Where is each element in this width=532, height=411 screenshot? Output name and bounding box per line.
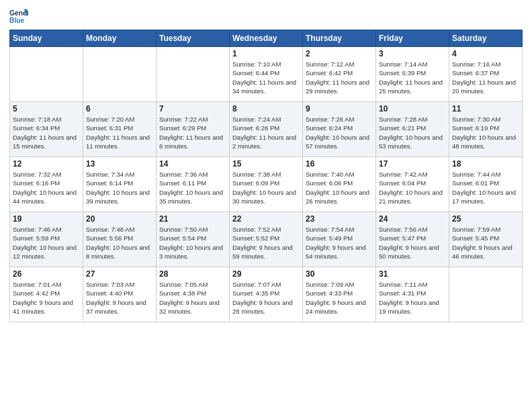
day-info: Sunrise: 7:03 AM Sunset: 4:40 PM Dayligh… (86, 280, 153, 316)
calendar-cell: 22Sunrise: 7:52 AM Sunset: 5:52 PM Dayli… (230, 212, 303, 267)
week-row-5: 26Sunrise: 7:01 AM Sunset: 4:42 PM Dayli… (10, 267, 523, 322)
day-info: Sunrise: 7:50 AM Sunset: 5:54 PM Dayligh… (159, 225, 226, 261)
day-info: Sunrise: 7:42 AM Sunset: 6:04 PM Dayligh… (379, 170, 446, 205)
weekday-header-row: SundayMondayTuesdayWednesdayThursdayFrid… (10, 30, 523, 47)
day-info: Sunrise: 7:34 AM Sunset: 6:14 PM Dayligh… (86, 170, 153, 205)
calendar-cell: 29Sunrise: 7:07 AM Sunset: 4:35 PM Dayli… (230, 267, 303, 322)
logo: General Blue (9, 7, 28, 26)
day-number: 5 (13, 104, 80, 113)
calendar-table: SundayMondayTuesdayWednesdayThursdayFrid… (9, 30, 523, 322)
day-number: 25 (452, 214, 519, 224)
calendar-page: General Blue SundayMondayTuesdayWednesda… (0, 0, 532, 411)
calendar-cell: 21Sunrise: 7:50 AM Sunset: 5:54 PM Dayli… (157, 212, 230, 267)
day-number: 12 (13, 159, 80, 169)
day-number: 23 (306, 214, 373, 224)
svg-text:Blue: Blue (9, 17, 25, 24)
day-number: 28 (159, 269, 226, 279)
calendar-cell: 12Sunrise: 7:32 AM Sunset: 6:16 PM Dayli… (10, 157, 83, 212)
day-info: Sunrise: 7:36 AM Sunset: 6:11 PM Dayligh… (159, 170, 226, 205)
calendar-cell (10, 47, 83, 102)
day-number: 19 (13, 214, 80, 224)
day-info: Sunrise: 7:12 AM Sunset: 6:42 PM Dayligh… (306, 60, 373, 95)
day-number: 21 (159, 214, 226, 224)
calendar-cell: 15Sunrise: 7:38 AM Sunset: 6:09 PM Dayli… (230, 157, 303, 212)
calendar-cell: 28Sunrise: 7:05 AM Sunset: 4:38 PM Dayli… (157, 267, 230, 322)
day-info: Sunrise: 7:14 AM Sunset: 6:39 PM Dayligh… (379, 60, 446, 95)
day-number: 27 (86, 269, 153, 279)
day-number: 17 (379, 159, 446, 169)
day-number: 3 (379, 49, 446, 58)
day-info: Sunrise: 7:32 AM Sunset: 6:16 PM Dayligh… (13, 170, 80, 205)
day-number: 20 (86, 214, 153, 224)
calendar-cell: 1Sunrise: 7:10 AM Sunset: 6:44 PM Daylig… (230, 47, 303, 102)
calendar-cell: 3Sunrise: 7:14 AM Sunset: 6:39 PM Daylig… (376, 47, 449, 102)
day-info: Sunrise: 7:07 AM Sunset: 4:35 PM Dayligh… (232, 280, 300, 316)
day-number: 13 (86, 159, 153, 169)
week-row-3: 12Sunrise: 7:32 AM Sunset: 6:16 PM Dayli… (10, 157, 523, 212)
day-number: 31 (379, 269, 446, 279)
day-info: Sunrise: 7:22 AM Sunset: 6:29 PM Dayligh… (159, 115, 226, 150)
calendar-cell: 8Sunrise: 7:24 AM Sunset: 6:26 PM Daylig… (230, 102, 303, 157)
day-info: Sunrise: 7:24 AM Sunset: 6:26 PM Dayligh… (232, 115, 300, 150)
day-info: Sunrise: 7:28 AM Sunset: 6:21 PM Dayligh… (379, 115, 446, 150)
day-number: 16 (306, 159, 373, 169)
day-info: Sunrise: 7:11 AM Sunset: 4:31 PM Dayligh… (379, 280, 446, 316)
calendar-cell: 4Sunrise: 7:16 AM Sunset: 6:37 PM Daylig… (449, 47, 523, 102)
calendar-cell: 23Sunrise: 7:54 AM Sunset: 5:49 PM Dayli… (303, 212, 376, 267)
day-info: Sunrise: 7:46 AM Sunset: 5:59 PM Dayligh… (13, 225, 80, 261)
day-number: 6 (86, 104, 153, 113)
day-number: 7 (159, 104, 226, 113)
calendar-cell: 14Sunrise: 7:36 AM Sunset: 6:11 PM Dayli… (157, 157, 230, 212)
weekday-header-monday: Monday (83, 30, 157, 47)
week-row-1: 1Sunrise: 7:10 AM Sunset: 6:44 PM Daylig… (10, 47, 523, 102)
day-number: 26 (13, 269, 80, 279)
day-info: Sunrise: 7:48 AM Sunset: 5:56 PM Dayligh… (86, 225, 153, 261)
calendar-cell: 27Sunrise: 7:03 AM Sunset: 4:40 PM Dayli… (83, 267, 157, 322)
day-number: 30 (306, 269, 373, 279)
logo-icon: General Blue (9, 7, 28, 26)
day-info: Sunrise: 7:38 AM Sunset: 6:09 PM Dayligh… (232, 170, 300, 205)
calendar-cell (157, 47, 230, 102)
weekday-header-wednesday: Wednesday (230, 30, 303, 47)
weekday-header-tuesday: Tuesday (157, 30, 230, 47)
day-number: 9 (306, 104, 373, 113)
header: General Blue (9, 7, 523, 26)
calendar-cell: 11Sunrise: 7:30 AM Sunset: 6:19 PM Dayli… (449, 102, 523, 157)
calendar-cell: 13Sunrise: 7:34 AM Sunset: 6:14 PM Dayli… (83, 157, 157, 212)
week-row-4: 19Sunrise: 7:46 AM Sunset: 5:59 PM Dayli… (10, 212, 523, 267)
day-info: Sunrise: 7:01 AM Sunset: 4:42 PM Dayligh… (13, 280, 80, 316)
weekday-header-friday: Friday (376, 30, 449, 47)
day-info: Sunrise: 7:26 AM Sunset: 6:24 PM Dayligh… (306, 115, 373, 150)
calendar-cell (449, 267, 523, 322)
calendar-cell: 17Sunrise: 7:42 AM Sunset: 6:04 PM Dayli… (376, 157, 449, 212)
day-number: 24 (379, 214, 446, 224)
calendar-cell: 5Sunrise: 7:18 AM Sunset: 6:34 PM Daylig… (10, 102, 83, 157)
day-info: Sunrise: 7:16 AM Sunset: 6:37 PM Dayligh… (452, 60, 519, 95)
calendar-cell: 26Sunrise: 7:01 AM Sunset: 4:42 PM Dayli… (10, 267, 83, 322)
calendar-cell: 19Sunrise: 7:46 AM Sunset: 5:59 PM Dayli… (10, 212, 83, 267)
calendar-cell: 7Sunrise: 7:22 AM Sunset: 6:29 PM Daylig… (157, 102, 230, 157)
day-info: Sunrise: 7:40 AM Sunset: 6:06 PM Dayligh… (306, 170, 373, 205)
calendar-cell: 16Sunrise: 7:40 AM Sunset: 6:06 PM Dayli… (303, 157, 376, 212)
day-info: Sunrise: 7:09 AM Sunset: 4:33 PM Dayligh… (306, 280, 373, 316)
day-info: Sunrise: 7:56 AM Sunset: 5:47 PM Dayligh… (379, 225, 446, 261)
calendar-cell: 6Sunrise: 7:20 AM Sunset: 6:31 PM Daylig… (83, 102, 157, 157)
calendar-cell (83, 47, 157, 102)
day-number: 22 (232, 214, 300, 224)
day-number: 8 (232, 104, 300, 113)
calendar-cell: 9Sunrise: 7:26 AM Sunset: 6:24 PM Daylig… (303, 102, 376, 157)
day-number: 10 (379, 104, 446, 113)
day-info: Sunrise: 7:59 AM Sunset: 5:45 PM Dayligh… (452, 225, 519, 261)
day-number: 4 (452, 49, 519, 58)
calendar-cell: 31Sunrise: 7:11 AM Sunset: 4:31 PM Dayli… (376, 267, 449, 322)
day-number: 2 (306, 49, 373, 58)
day-info: Sunrise: 7:30 AM Sunset: 6:19 PM Dayligh… (452, 115, 519, 150)
day-number: 15 (232, 159, 300, 169)
day-number: 14 (159, 159, 226, 169)
day-info: Sunrise: 7:18 AM Sunset: 6:34 PM Dayligh… (13, 115, 80, 150)
day-info: Sunrise: 7:44 AM Sunset: 6:01 PM Dayligh… (452, 170, 519, 205)
day-info: Sunrise: 7:20 AM Sunset: 6:31 PM Dayligh… (86, 115, 153, 150)
calendar-cell: 20Sunrise: 7:48 AM Sunset: 5:56 PM Dayli… (83, 212, 157, 267)
calendar-cell: 24Sunrise: 7:56 AM Sunset: 5:47 PM Dayli… (376, 212, 449, 267)
day-number: 18 (452, 159, 519, 169)
